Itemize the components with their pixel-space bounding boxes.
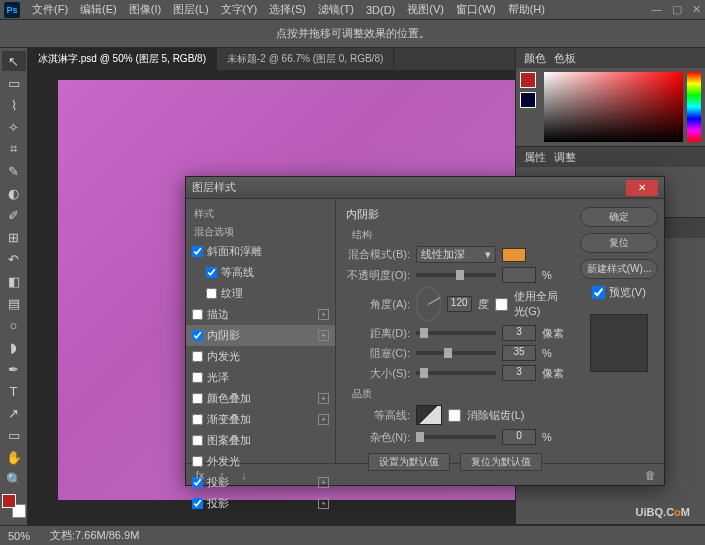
distance-input[interactable]: 3 (502, 325, 536, 341)
antialias-checkbox[interactable] (448, 409, 461, 422)
menu-edit[interactable]: 编辑(E) (80, 2, 117, 17)
global-light-checkbox[interactable] (495, 298, 508, 311)
shadow-color-swatch[interactable] (502, 248, 526, 262)
style-checkbox-bevel[interactable] (192, 246, 203, 257)
new-style-button[interactable]: 新建样式(W)... (580, 259, 658, 279)
reset-default-button[interactable]: 复位为默认值 (460, 453, 542, 471)
menu-layer[interactable]: 图层(L) (173, 2, 208, 17)
tab-doc2[interactable]: 未标题-2 @ 66.7% (图层 0, RGB/8) (217, 48, 394, 70)
distance-slider[interactable] (416, 331, 496, 335)
arrow-down-icon[interactable]: ↓ (236, 467, 252, 483)
choke-slider[interactable] (416, 351, 496, 355)
hue-strip[interactable] (687, 72, 701, 142)
dodge-tool[interactable]: ◗ (2, 337, 26, 357)
hand-tool[interactable]: ✋ (2, 447, 26, 467)
opacity-slider[interactable] (416, 273, 496, 277)
color-picker[interactable] (516, 68, 705, 146)
style-item-inner_glow[interactable]: 内发光 (186, 346, 335, 367)
style-item-drop_shadow2[interactable]: 投影+ (186, 493, 335, 514)
add-effect-icon[interactable]: + (318, 477, 329, 488)
menu-view[interactable]: 视图(V) (407, 2, 444, 17)
style-item-contour[interactable]: 等高线 (186, 262, 335, 283)
noise-slider[interactable] (416, 435, 496, 439)
wand-tool[interactable]: ✧ (2, 117, 26, 137)
choke-input[interactable]: 35 (502, 345, 536, 361)
pen-tool[interactable]: ✒ (2, 359, 26, 379)
props-panel-tab[interactable]: 属性 (524, 150, 546, 165)
style-checkbox-texture[interactable] (206, 288, 217, 299)
add-effect-icon[interactable]: + (318, 393, 329, 404)
menu-filter[interactable]: 滤镜(T) (318, 2, 354, 17)
cancel-button[interactable]: 复位 (580, 233, 658, 253)
style-item-texture[interactable]: 纹理 (186, 283, 335, 304)
style-checkbox-grad_overlay[interactable] (192, 414, 203, 425)
style-item-drop_shadow[interactable]: 投影+ (186, 472, 335, 493)
blend-options-header[interactable]: 混合选项 (186, 223, 335, 241)
fx-icon[interactable]: fx (192, 467, 208, 483)
close-icon[interactable]: ✕ (692, 3, 701, 16)
size-slider[interactable] (416, 371, 496, 375)
dialog-titlebar[interactable]: 图层样式 ✕ (186, 177, 664, 199)
add-effect-icon[interactable]: + (318, 414, 329, 425)
style-checkbox-contour[interactable] (206, 267, 217, 278)
blur-tool[interactable]: ○ (2, 315, 26, 335)
stamp-tool[interactable]: ⊞ (2, 227, 26, 247)
eraser-tool[interactable]: ◧ (2, 271, 26, 291)
color-swatches[interactable] (2, 494, 26, 518)
style-item-pat_overlay[interactable]: 图案叠加 (186, 430, 335, 451)
gradient-tool[interactable]: ▤ (2, 293, 26, 313)
history-brush-tool[interactable]: ↶ (2, 249, 26, 269)
eyedropper-tool[interactable]: ✎ (2, 161, 26, 181)
add-effect-icon[interactable]: + (318, 309, 329, 320)
trash-icon[interactable]: 🗑 (642, 467, 658, 483)
blend-mode-select[interactable]: 线性加深▾ (416, 246, 496, 263)
style-item-satin[interactable]: 光泽 (186, 367, 335, 388)
crop-tool[interactable]: ⌗ (2, 139, 26, 159)
swatches-panel-tab[interactable]: 色板 (554, 51, 576, 66)
style-item-color_overlay[interactable]: 颜色叠加+ (186, 388, 335, 409)
ok-button[interactable]: 确定 (580, 207, 658, 227)
zoom-value[interactable]: 50% (8, 530, 30, 542)
style-checkbox-inner_glow[interactable] (192, 351, 203, 362)
menu-type[interactable]: 文字(Y) (221, 2, 258, 17)
angle-dial[interactable] (416, 287, 441, 321)
menu-help[interactable]: 帮助(H) (508, 2, 545, 17)
contour-picker[interactable] (416, 405, 442, 425)
fg-swatch[interactable] (520, 72, 536, 88)
heal-tool[interactable]: ◐ (2, 183, 26, 203)
menu-image[interactable]: 图像(I) (129, 2, 161, 17)
dialog-close-button[interactable]: ✕ (626, 180, 658, 196)
menu-3d[interactable]: 3D(D) (366, 4, 395, 16)
angle-input[interactable]: 120 (447, 296, 472, 312)
style-checkbox-color_overlay[interactable] (192, 393, 203, 404)
brush-tool[interactable]: ✐ (2, 205, 26, 225)
style-checkbox-satin[interactable] (192, 372, 203, 383)
color-panel-tab[interactable]: 颜色 (524, 51, 546, 66)
shape-tool[interactable]: ▭ (2, 425, 26, 445)
tab-doc1[interactable]: 冰淇淋字.psd @ 50% (图层 5, RGB/8) (28, 48, 217, 70)
make-default-button[interactable]: 设置为默认值 (368, 453, 450, 471)
color-field[interactable] (544, 72, 683, 142)
type-tool[interactable]: T (2, 381, 26, 401)
size-input[interactable]: 3 (502, 365, 536, 381)
style-item-stroke[interactable]: 描边+ (186, 304, 335, 325)
preview-checkbox[interactable] (592, 286, 605, 299)
lasso-tool[interactable]: ⌇ (2, 95, 26, 115)
add-effect-icon[interactable]: + (318, 498, 329, 509)
menu-file[interactable]: 文件(F) (32, 2, 68, 17)
style-checkbox-pat_overlay[interactable] (192, 435, 203, 446)
menu-select[interactable]: 选择(S) (269, 2, 306, 17)
styles-header[interactable]: 样式 (186, 205, 335, 223)
menu-window[interactable]: 窗口(W) (456, 2, 496, 17)
style-checkbox-inner_shadow[interactable] (192, 330, 203, 341)
style-checkbox-outer_glow[interactable] (192, 456, 203, 467)
marquee-tool[interactable]: ▭ (2, 73, 26, 93)
style-item-grad_overlay[interactable]: 渐变叠加+ (186, 409, 335, 430)
move-tool[interactable]: ↖ (2, 51, 26, 71)
noise-input[interactable]: 0 (502, 429, 536, 445)
opacity-input[interactable] (502, 267, 536, 283)
path-tool[interactable]: ↗ (2, 403, 26, 423)
arrow-up-icon[interactable]: ↑ (214, 467, 230, 483)
maximize-icon[interactable]: ▢ (672, 3, 682, 16)
style-checkbox-drop_shadow2[interactable] (192, 498, 203, 509)
